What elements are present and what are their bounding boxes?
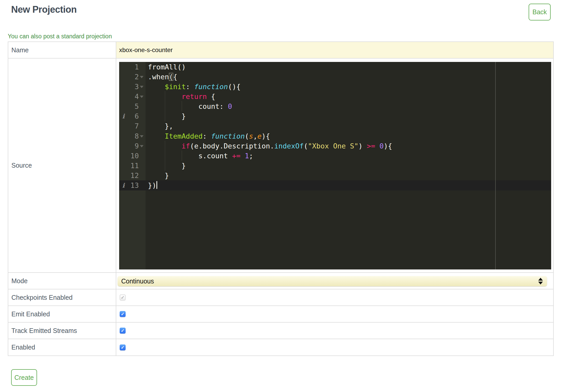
checkpoints-enabled-row: Checkpoints Enabled ✓ — [8, 289, 553, 306]
page-title: New Projection — [11, 4, 77, 15]
code-line-9: if(e.body.Description.indexOf("Xbox One … — [119, 141, 551, 151]
name-label: Name — [8, 42, 116, 58]
code-line-10: s.count += 1; — [119, 151, 551, 161]
emit-enabled-cell: ✓ — [116, 306, 553, 322]
code-line-5: count: 0 — [119, 101, 551, 111]
checkpoints-enabled-checkbox: ✓ — [120, 295, 126, 301]
enabled-label: Enabled — [8, 339, 116, 355]
text-cursor — [156, 181, 157, 189]
check-icon: ✓ — [121, 328, 124, 333]
code-line-12: } — [119, 170, 551, 181]
source-code-editor[interactable]: 12345i6789101112i13 fromAll().when({ $in… — [119, 62, 551, 269]
mode-row: Mode Continuous — [8, 273, 553, 289]
code-line-1: fromAll() — [119, 62, 551, 72]
code-line-13: }) — [119, 180, 551, 190]
select-stepper-icon — [538, 278, 543, 284]
emit-enabled-row: Emit Enabled ✓ — [8, 306, 553, 323]
track-emitted-streams-row: Track Emitted Streams ✓ — [8, 323, 553, 339]
emit-enabled-label: Emit Enabled — [8, 306, 116, 322]
track-emitted-streams-cell: ✓ — [116, 323, 553, 339]
track-emitted-streams-label: Track Emitted Streams — [8, 323, 116, 339]
mode-label: Mode — [8, 273, 116, 289]
check-icon: ✓ — [121, 311, 124, 317]
create-button[interactable]: Create — [11, 369, 37, 386]
mode-select[interactable]: Continuous — [118, 276, 547, 286]
standard-projection-link[interactable]: You can also post a standard projection — [8, 33, 112, 40]
source-row: Source 12345i6789101112i13 fromAll().whe… — [8, 59, 553, 273]
code-line-7: }, — [119, 121, 551, 131]
code-line-4: return { — [119, 91, 551, 102]
check-icon: ✓ — [121, 295, 124, 300]
new-projection-form: Name Source 12345i6789101112i13 fromAll(… — [8, 41, 554, 356]
enabled-row: Enabled ✓ — [8, 339, 553, 355]
source-value-cell: 12345i6789101112i13 fromAll().when({ $in… — [116, 59, 553, 272]
name-value-cell — [116, 42, 553, 58]
enabled-cell: ✓ — [116, 339, 553, 355]
code-line-6: } — [119, 111, 551, 121]
code-line-2: .when({ — [119, 72, 551, 82]
track-emitted-streams-checkbox[interactable]: ✓ — [120, 328, 126, 334]
code-line-3: $init: function(){ — [119, 82, 551, 92]
checkpoints-enabled-cell: ✓ — [116, 289, 553, 305]
code-line-11: } — [119, 161, 551, 171]
emit-enabled-checkbox[interactable]: ✓ — [120, 311, 126, 317]
check-icon: ✓ — [121, 345, 124, 350]
name-input[interactable] — [116, 42, 553, 58]
source-label: Source — [8, 59, 116, 272]
back-button[interactable]: Back — [529, 4, 551, 20]
mode-selected-value: Continuous — [121, 277, 154, 285]
checkpoints-enabled-label: Checkpoints Enabled — [8, 289, 116, 305]
name-row: Name — [8, 42, 553, 59]
mode-value-cell: Continuous — [116, 273, 553, 289]
code-line-8: ItemAdded: function(s,e){ — [119, 131, 551, 141]
enabled-checkbox[interactable]: ✓ — [120, 344, 126, 350]
